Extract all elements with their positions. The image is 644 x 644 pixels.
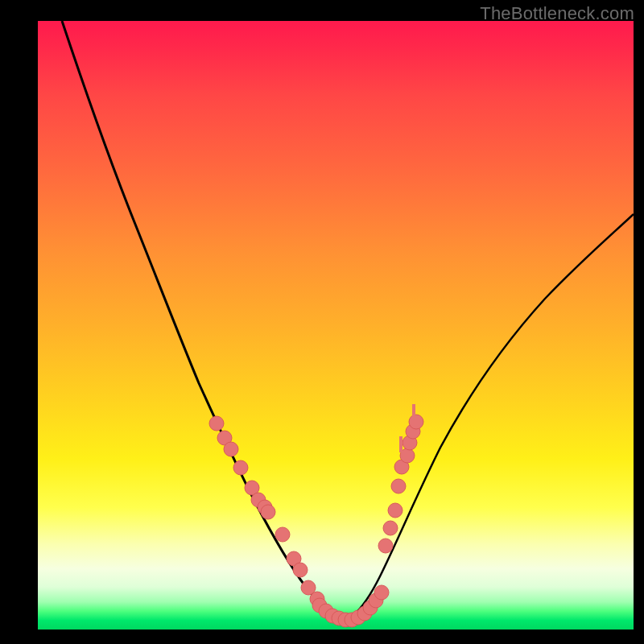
svg-point-7: [261, 505, 275, 519]
chart-frame: TheBottleneck.com: [0, 0, 644, 644]
svg-point-24: [378, 539, 393, 553]
markers-left: [209, 416, 324, 606]
svg-point-10: [293, 563, 308, 577]
svg-point-32: [409, 415, 423, 429]
watermark-text: TheBottleneck.com: [480, 3, 634, 24]
chart-svg: [38, 21, 634, 630]
plot-area: [38, 21, 634, 630]
svg-point-0: [209, 416, 224, 431]
svg-point-8: [275, 527, 290, 542]
markers-bottom: [312, 585, 389, 627]
svg-point-3: [233, 460, 248, 475]
svg-point-27: [391, 479, 406, 493]
svg-point-2: [224, 442, 238, 456]
svg-point-25: [383, 521, 398, 535]
left-curve: [62, 21, 344, 621]
right-curve: [344, 214, 634, 621]
svg-point-26: [388, 503, 402, 518]
svg-point-23: [374, 585, 389, 600]
